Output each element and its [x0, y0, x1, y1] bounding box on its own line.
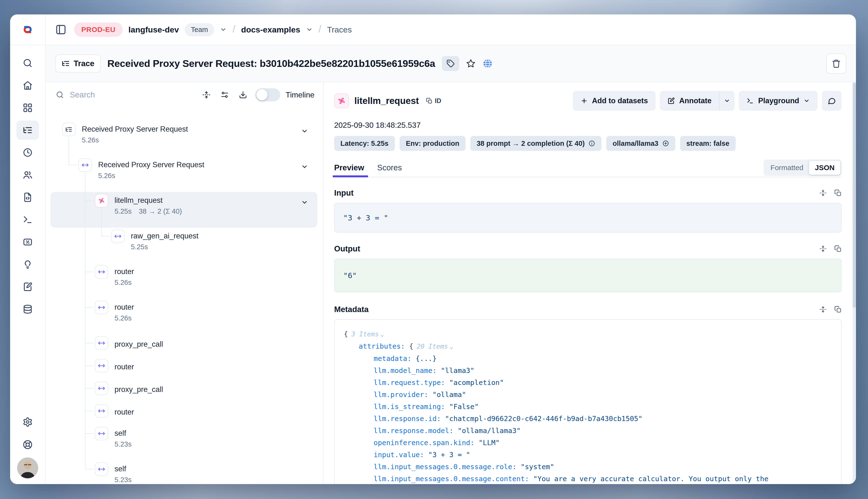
- sidebar-item-tracing[interactable]: [16, 121, 39, 140]
- copy-id-chip[interactable]: ID: [426, 97, 441, 105]
- sidebar-item-users[interactable]: [16, 165, 39, 184]
- trace-title: Received Proxy Server Request: b3010b422…: [107, 58, 435, 69]
- search-input[interactable]: Search: [56, 90, 202, 99]
- breadcrumb-project[interactable]: docs-examples: [241, 25, 300, 34]
- generation-badge: [334, 93, 349, 108]
- output-section-header: Output: [334, 244, 842, 253]
- tree-node-Received Proxy Server Request[interactable]: Received Proxy Server Request5.26s: [50, 121, 317, 156]
- json-line: llm.input_messages.0.message.content: "Y…: [344, 473, 832, 484]
- badge-label: Env: production: [406, 139, 459, 147]
- user-avatar[interactable]: [17, 458, 38, 478]
- app-header: PROD-EU langfuse-dev Team / docs-example…: [46, 14, 856, 45]
- move-horizontal-icon: [95, 301, 108, 314]
- tree-node-proxy_pre_call[interactable]: proxy_pre_call: [50, 380, 317, 402]
- metadata-section-header: Metadata: [334, 305, 842, 314]
- tree-node-router[interactable]: router5.26s: [50, 263, 317, 299]
- tree-node-router[interactable]: router: [50, 402, 317, 425]
- breadcrumb-organization[interactable]: langfuse-dev: [129, 25, 179, 34]
- input-section-icons: [819, 189, 842, 197]
- environment-badge[interactable]: PROD-EU: [74, 22, 123, 37]
- fold-vertical-icon[interactable]: [819, 306, 827, 313]
- trace-tree-panel: Search Timeline Received Proxy Server Re…: [46, 82, 323, 484]
- tree-node-self[interactable]: self5.23s: [50, 425, 317, 461]
- metric-badge: ollama/llama3: [606, 136, 675, 151]
- view-option-formatted[interactable]: Formatted: [765, 161, 809, 175]
- metadata-section-icons: [819, 306, 842, 313]
- playground-button[interactable]: Playground: [739, 91, 818, 111]
- add-to-datasets-button[interactable]: Add to datasets: [573, 91, 656, 111]
- tree-node-Received Proxy Server Request[interactable]: Received Proxy Server Request5.26s: [50, 156, 317, 192]
- fold-vertical-icon[interactable]: [819, 245, 827, 252]
- node-name: Received Proxy Server Request: [98, 160, 204, 169]
- filter-settings-icon[interactable]: [221, 91, 229, 99]
- copy-icon[interactable]: [834, 306, 842, 313]
- chevron-down-icon[interactable]: [301, 127, 308, 135]
- move-horizontal-icon: [95, 359, 108, 373]
- tree-node-router[interactable]: router5.26s: [50, 299, 317, 334]
- tab-preview[interactable]: Preview: [334, 159, 364, 177]
- sidebar-item-datasets[interactable]: [16, 300, 39, 319]
- delete-trace-button[interactable]: [826, 53, 846, 74]
- move-horizontal-icon: [95, 336, 108, 350]
- json-line: {3 Items⌄: [344, 328, 832, 340]
- collapse-toggle[interactable]: 3 Items⌄: [351, 330, 384, 338]
- scrollbar-thumb[interactable]: [853, 83, 856, 308]
- screen: PROD-EU langfuse-dev Team / docs-example…: [0, 0, 868, 499]
- download-icon[interactable]: [239, 91, 247, 99]
- input-value: "3 + 3 = ": [343, 214, 388, 222]
- annotate-label: Annotate: [679, 97, 711, 105]
- sidebar-item-home[interactable]: [16, 76, 39, 95]
- info-icon[interactable]: [588, 140, 595, 147]
- sidebar-item-insights[interactable]: [16, 255, 39, 274]
- knot-logo-icon: [21, 23, 35, 37]
- sidebar-item-dashboards[interactable]: [16, 98, 39, 118]
- sidebar-item-evaluators[interactable]: [16, 232, 39, 252]
- sidebar-item-search[interactable]: [16, 53, 39, 73]
- fold-vertical-icon[interactable]: [819, 189, 827, 197]
- comments-button[interactable]: [822, 91, 842, 111]
- tag-button[interactable]: [442, 56, 459, 71]
- node-metrics: 5.23s: [114, 440, 132, 448]
- node-metrics: 5.26s: [82, 136, 188, 144]
- chevron-down-icon[interactable]: [301, 199, 308, 206]
- copy-icon[interactable]: [834, 189, 842, 197]
- sidebar-item-support[interactable]: [16, 435, 39, 454]
- annotate-dropdown-button[interactable]: [719, 91, 734, 111]
- collapse-toggle[interactable]: 20 Items⌄: [417, 343, 453, 350]
- icon-sidebar: [10, 14, 46, 484]
- tree-node-self[interactable]: self5.23s: [50, 461, 317, 484]
- timeline-toggle[interactable]: [255, 88, 280, 101]
- sidebar-item-prompts[interactable]: [16, 188, 39, 207]
- view-option-json[interactable]: JSON: [809, 161, 840, 175]
- collapse-all-icon[interactable]: [202, 91, 210, 99]
- breadcrumb-section[interactable]: Traces: [327, 25, 352, 34]
- public-globe-button[interactable]: [482, 58, 493, 69]
- sidebar-item-annotations[interactable]: [16, 277, 39, 296]
- bookmark-star-button[interactable]: [466, 59, 476, 68]
- node-metrics: 5.23s: [114, 476, 132, 484]
- tree-node-litellm_request[interactable]: litellm_request5.25s38 → 2 (Σ 40): [50, 192, 317, 228]
- copy-icon[interactable]: [834, 245, 842, 252]
- json-line: metadata: {...}: [344, 352, 832, 365]
- move-horizontal-icon: [95, 404, 108, 418]
- json-line: llm.is_streaming: "False": [344, 401, 832, 413]
- sidebar-item-sessions[interactable]: [16, 143, 39, 162]
- sidebar-item-settings[interactable]: [16, 412, 39, 431]
- scrollbar[interactable]: [853, 82, 856, 484]
- tab-scores[interactable]: Scores: [377, 159, 402, 177]
- plus-circle-icon[interactable]: [662, 140, 669, 147]
- chevron-down-icon[interactable]: [301, 163, 308, 170]
- tree-node-proxy_pre_call[interactable]: proxy_pre_call: [50, 334, 317, 357]
- output-value: "6": [343, 271, 357, 280]
- sidebar-item-playground[interactable]: [16, 210, 39, 229]
- output-heading: Output: [334, 244, 360, 253]
- annotate-button[interactable]: Annotate: [660, 91, 719, 111]
- metadata-heading: Metadata: [334, 305, 369, 314]
- breadcrumb-separator: /: [232, 23, 235, 35]
- tree-node-raw_gen_ai_request[interactable]: raw_gen_ai_request5.25s: [50, 228, 317, 263]
- sidebar-toggle-icon[interactable]: [55, 24, 66, 35]
- chevron-down-icon[interactable]: [220, 26, 227, 33]
- chevron-down-icon[interactable]: [306, 26, 313, 33]
- tree-node-router[interactable]: router: [50, 357, 317, 380]
- json-line: attributes: {20 Items⌄: [344, 340, 832, 352]
